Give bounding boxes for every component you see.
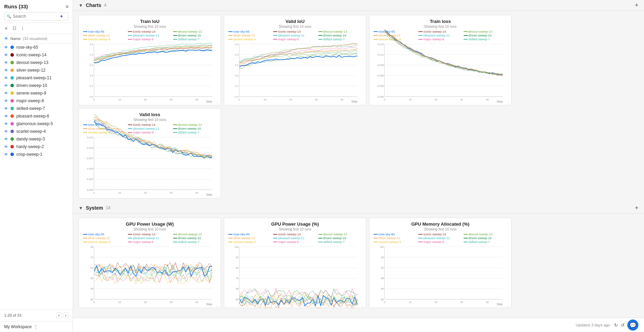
chart-area: 0.0000.0020.0050.0070.0100.012 010203040… (83, 136, 217, 195)
run-item[interactable]: 👁 glamorous-sweep-5 (0, 120, 73, 128)
system-section-header-left: ▼ System 14 (79, 205, 111, 211)
svg-text:0.1: 0.1 (235, 84, 239, 88)
pagination-next-button[interactable]: › (63, 312, 68, 318)
resize-handle[interactable]: ⌞ (362, 101, 365, 104)
svg-text:40: 40 (195, 301, 198, 304)
run-item[interactable]: 👁 pleasant-sweep-6 (0, 112, 73, 120)
charts-add-button[interactable]: + (635, 2, 638, 8)
search-icon: 🔍 (7, 14, 11, 19)
svg-text:0.2: 0.2 (90, 64, 93, 67)
run-color-dot (10, 130, 14, 133)
svg-text:10: 10 (118, 191, 121, 194)
run-name-label: dandy-sweep-3 (16, 137, 45, 141)
charts-grid: Train IoU Showing first 10 runs rose-sky… (73, 11, 644, 203)
system-collapse-button[interactable]: ▼ (79, 205, 83, 211)
svg-text:40: 40 (90, 298, 93, 301)
workspace-menu-icon[interactable]: ⋮ (34, 324, 38, 329)
charts-section-header-left: ▼ Charts 4 (79, 2, 106, 8)
run-color-dot (10, 114, 14, 118)
run-item[interactable]: 👁 devout-sweep-13 (0, 59, 73, 66)
svg-text:0.000: 0.000 (87, 188, 93, 192)
run-visibility-icon: 👁 (4, 129, 8, 133)
runs-header-label: Name (10, 37, 21, 41)
sort-button[interactable]: ↕ (21, 25, 25, 32)
svg-text:84: 84 (236, 266, 238, 269)
system-add-button[interactable]: + (635, 205, 638, 211)
svg-text:20: 20 (144, 191, 147, 194)
svg-text:64: 64 (90, 266, 93, 269)
svg-text:0.002: 0.002 (87, 178, 93, 181)
run-visibility-icon: 👁 (4, 152, 8, 156)
table-button[interactable]: ☷ (12, 25, 17, 32)
svg-text:20: 20 (144, 301, 147, 304)
run-visibility-icon: 👁 (4, 60, 8, 65)
chart-subtitle: Showing first 10 runs (374, 227, 507, 231)
run-item[interactable]: 👁 hardy-sweep-2 (0, 143, 73, 151)
run-visibility-icon: 👁 (4, 137, 8, 141)
svg-text:Step: Step (206, 302, 212, 306)
pagination-prev-button[interactable]: ‹ (56, 312, 62, 318)
run-color-dot (10, 53, 14, 57)
run-item[interactable]: 👁 driven-sweep-10 (0, 82, 73, 89)
run-item[interactable]: 👁 iconic-sweep-14 (0, 51, 73, 59)
run-item[interactable]: 👁 skilled-sweep-7 (0, 105, 73, 112)
svg-text:92: 92 (381, 266, 384, 269)
resize-handle[interactable]: ⌞ (217, 303, 220, 307)
resize-handle[interactable]: ⌞ (217, 101, 220, 104)
svg-text:Step: Step (206, 193, 212, 196)
filter-button[interactable]: ≡ (4, 25, 8, 32)
run-name-label: scarlet-sweep-4 (16, 129, 46, 134)
chart-card-valid-iou: Valid IoU Showing first 10 runs rose-sky… (224, 15, 366, 105)
run-name-label: iconic-sweep-14 (16, 52, 47, 57)
reload-button[interactable]: ↺ (621, 319, 625, 331)
run-item[interactable]: 👁 major-sweep-8 (0, 97, 73, 105)
run-color-dot (10, 122, 14, 125)
run-item[interactable]: 👁 scarlet-sweep-4 (0, 128, 73, 135)
svg-text:0.1: 0.1 (90, 84, 93, 88)
svg-text:0.3: 0.3 (235, 53, 239, 56)
sidebar-toolbar: ≡ ☷ ↕ (0, 23, 73, 34)
resize-handle[interactable]: ⌞ (362, 303, 365, 307)
charts-collapse-button[interactable]: ▼ (79, 3, 83, 8)
svg-text:68: 68 (236, 287, 238, 290)
chart-card-valid-loss: Valid loss Showing first 10 runs rose-sk… (79, 108, 221, 199)
svg-text:Step: Step (351, 100, 358, 103)
status-bar: Updated 3 days ago ↻ ↺ 💬 (73, 318, 644, 332)
svg-text:80: 80 (90, 245, 93, 249)
svg-text:0: 0 (384, 301, 385, 304)
refresh-button[interactable]: ↻ (614, 319, 618, 331)
svg-text:0: 0 (238, 301, 240, 304)
run-color-dot (10, 107, 14, 110)
chart-area: 0.00.10.20.20.30.4 010203040 Step (83, 42, 217, 102)
visibility-icon: 👁 (4, 36, 8, 41)
chart-card-gpu-memory-pct: GPU Memory Allocated (%) Showing first 1… (369, 218, 512, 308)
run-item[interactable]: 👁 pleasant-sweep-11 (0, 74, 73, 82)
run-name-label: devout-sweep-13 (16, 60, 48, 65)
sidebar-search-container: 🔍 ✦ (4, 12, 68, 21)
run-visibility-icon: 👁 (4, 91, 8, 95)
svg-text:0.0: 0.0 (90, 95, 93, 98)
chart-title: GPU Memory Allocated (%) (374, 221, 507, 227)
run-item[interactable]: 👁 silver-sweep-12 (0, 66, 73, 74)
svg-text:0: 0 (238, 98, 240, 101)
svg-text:0.2: 0.2 (90, 74, 93, 77)
resize-handle[interactable]: ⌞ (507, 303, 511, 307)
svg-text:60: 60 (236, 298, 238, 301)
run-item[interactable]: 👁 dandy-sweep-3 (0, 135, 73, 143)
run-color-dot (10, 46, 14, 49)
search-input[interactable] (13, 14, 58, 19)
sidebar-table-view-button[interactable]: ≡ (66, 4, 68, 9)
svg-text:0.0: 0.0 (235, 95, 239, 98)
resize-handle[interactable]: ⌞ (217, 194, 220, 197)
chat-button[interactable]: 💬 (627, 319, 638, 331)
resize-handle[interactable]: ⌞ (507, 101, 511, 104)
run-visibility-icon: 👁 (4, 122, 8, 126)
svg-text:10: 10 (409, 98, 411, 101)
run-item[interactable]: 👁 serene-sweep-9 (0, 89, 73, 97)
magic-search-icon[interactable]: ✦ (59, 14, 64, 19)
run-item[interactable]: 👁 rose-sky-65 (0, 43, 73, 51)
run-item[interactable]: 👁 crisp-sweep-1 (0, 151, 73, 158)
chart-subtitle: Showing first 10 runs (228, 227, 362, 231)
runs-header-count: (33 visualized) (23, 37, 47, 41)
run-color-dot (10, 84, 14, 87)
